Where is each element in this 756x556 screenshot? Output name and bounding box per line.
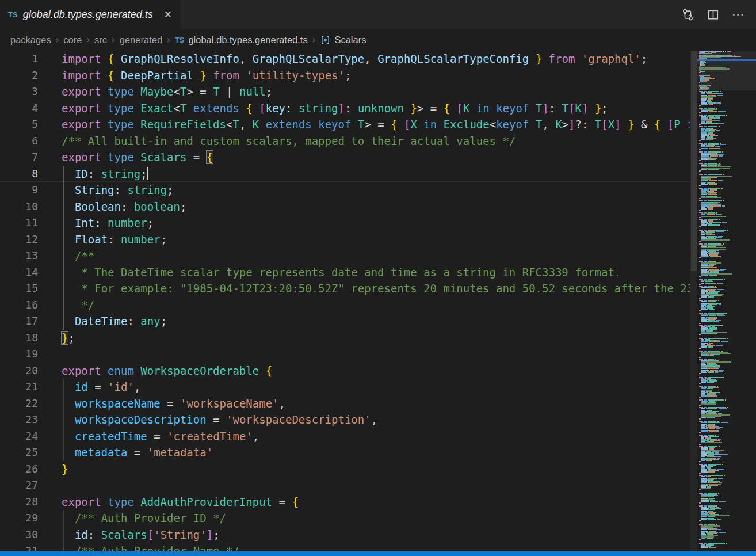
minimap-segment xyxy=(711,486,712,488)
line-number[interactable]: 13 xyxy=(0,247,38,264)
code-line-27[interactable]: 27 xyxy=(0,477,690,494)
code-line-29[interactable]: 29 /** Auth Provider ID */ xyxy=(0,510,690,527)
code-line-28[interactable]: 28export type AddAuthProviderInput = { xyxy=(0,494,690,511)
line-number[interactable]: 22 xyxy=(0,395,38,412)
code-line-19[interactable]: 19 xyxy=(0,346,690,363)
code-token: Int xyxy=(75,216,94,229)
line-number[interactable]: 9 xyxy=(0,182,38,199)
minimap-segment xyxy=(699,140,701,141)
code-line-14[interactable]: 14 * The DateTime scalar type represents… xyxy=(0,264,690,281)
code-line-23[interactable]: 23 workspaceDescription = 'workspaceDesc… xyxy=(0,412,690,428)
code-line-13[interactable]: 13 /** xyxy=(0,247,690,264)
minimap-segment xyxy=(713,343,714,344)
tab-global-db-types[interactable]: TS global.db.types.generated.ts ✕ xyxy=(0,0,180,29)
line-number[interactable]: 23 xyxy=(0,412,38,428)
code-line-24[interactable]: 24 createdTime = 'createdTime', xyxy=(0,428,690,445)
line-number[interactable]: 18 xyxy=(0,330,38,346)
status-bar[interactable] xyxy=(0,551,756,556)
line-number[interactable]: 28 xyxy=(0,494,38,511)
code-line-31[interactable]: 31 /** Auth Provider Name */ xyxy=(0,543,690,551)
minimap-segment xyxy=(719,304,721,305)
code-token: export xyxy=(62,102,108,115)
minimap-segment xyxy=(717,123,723,124)
code-token: key xyxy=(266,102,285,115)
code-line-4[interactable]: 4export type Exact<T extends { [key: str… xyxy=(0,100,690,117)
code-line-25[interactable]: 25 metadata = 'metadata' xyxy=(0,444,690,461)
minimap-segment xyxy=(721,508,722,509)
line-number[interactable]: 24 xyxy=(0,428,38,445)
line-number[interactable]: 8 xyxy=(0,166,38,182)
code-line-15[interactable]: 15 * For example: "1985-04-12T23:20:50.5… xyxy=(0,280,690,297)
code-token: 'metadata' xyxy=(147,446,213,459)
open-changes-icon[interactable] xyxy=(679,6,696,23)
code-token: 'workspaceDescription' xyxy=(226,413,371,426)
line-number[interactable]: 6 xyxy=(0,133,38,150)
code-line-6[interactable]: 6/** All built-in and custom scalars, ma… xyxy=(0,133,690,150)
line-number[interactable]: 31 xyxy=(0,543,38,551)
code-line-26[interactable]: 26} xyxy=(0,461,690,478)
split-editor-icon[interactable] xyxy=(704,6,721,23)
line-number[interactable]: 16 xyxy=(0,297,38,314)
breadcrumb-file[interactable]: TS global.db.types.generated.ts xyxy=(175,35,308,45)
code-line-17[interactable]: 17 DateTime: any; xyxy=(0,313,690,330)
line-number[interactable]: 19 xyxy=(0,346,38,363)
line-number[interactable]: 29 xyxy=(0,510,38,527)
minimap-segment xyxy=(721,341,728,342)
code-line-7[interactable]: 7export type Scalars = { xyxy=(0,149,690,166)
indent-guide xyxy=(63,166,64,182)
code-line-3[interactable]: 3export type Maybe<T> = T | null; xyxy=(0,83,690,100)
code-line-9[interactable]: 9 String: string; xyxy=(0,182,690,199)
code-line-16[interactable]: 16 */ xyxy=(0,297,690,314)
breadcrumb-folder-packages[interactable]: packages xyxy=(10,35,51,45)
line-number[interactable]: 4 xyxy=(0,100,38,117)
code-line-22[interactable]: 22 workspaceName = 'workspaceName', xyxy=(0,395,690,412)
line-number[interactable]: 7 xyxy=(0,149,38,166)
minimap-segment xyxy=(699,323,701,324)
code-line-11[interactable]: 11 Int: number; xyxy=(0,215,690,231)
vertical-scrollbar[interactable] xyxy=(690,51,697,551)
code-line-2[interactable]: 2import { DeepPartial } from 'utility-ty… xyxy=(0,67,690,84)
code-token: : xyxy=(114,184,128,196)
code-line-12[interactable]: 12 Float: number; xyxy=(0,231,690,248)
more-actions-icon[interactable]: ⋯ xyxy=(730,6,747,23)
breadcrumb-folder-core[interactable]: core xyxy=(63,35,82,45)
minimap-segment xyxy=(715,547,716,548)
code-line-10[interactable]: 10 Boolean: boolean; xyxy=(0,199,690,215)
code-token: /** Auth Provider Name */ xyxy=(62,544,239,551)
line-number[interactable]: 21 xyxy=(0,379,38,395)
minimap-segment xyxy=(712,208,713,210)
code-line-30[interactable]: 30 id: Scalars['String']; xyxy=(0,527,690,543)
line-number[interactable]: 30 xyxy=(0,527,38,543)
scrollbar-thumb[interactable] xyxy=(691,51,697,271)
line-number[interactable]: 17 xyxy=(0,313,38,330)
line-number[interactable]: 10 xyxy=(0,199,38,215)
line-number[interactable]: 26 xyxy=(0,461,38,478)
line-number[interactable]: 15 xyxy=(0,280,38,297)
line-number[interactable]: 27 xyxy=(0,477,38,494)
minimap[interactable] xyxy=(697,51,756,551)
code-line-1[interactable]: 1import { GraphQLResolveInfo, GraphQLSca… xyxy=(0,51,690,67)
minimap-segment xyxy=(715,465,716,466)
code-line-5[interactable]: 5export type RequireFields<T, K extends … xyxy=(0,116,690,133)
breadcrumb-folder-generated[interactable]: generated xyxy=(120,35,162,45)
line-number[interactable]: 11 xyxy=(0,215,38,231)
code-line-8[interactable]: 8 ID: string; xyxy=(0,166,690,182)
breadcrumb-folder-src[interactable]: src xyxy=(94,35,107,45)
line-number[interactable]: 3 xyxy=(0,83,38,100)
close-tab-icon[interactable]: ✕ xyxy=(162,7,174,22)
line-number[interactable]: 12 xyxy=(0,231,38,248)
line-number[interactable]: 1 xyxy=(0,51,38,67)
indent-guide xyxy=(63,510,64,527)
line-number[interactable]: 25 xyxy=(0,444,38,461)
code-line-21[interactable]: 21 id = 'id', xyxy=(0,379,690,395)
code-line-text: workspaceName = 'workspaceName', xyxy=(38,395,285,412)
code-line-18[interactable]: 18}; xyxy=(0,330,690,346)
line-number[interactable]: 2 xyxy=(0,67,38,84)
code-line-20[interactable]: 20export enum WorkspaceOrderable { xyxy=(0,363,690,379)
breadcrumb-symbol[interactable]: Scalars xyxy=(320,35,366,45)
line-number[interactable]: 5 xyxy=(0,116,38,133)
code-area[interactable]: 1import { GraphQLResolveInfo, GraphQLSca… xyxy=(0,51,690,551)
line-number[interactable]: 14 xyxy=(0,264,38,281)
line-number[interactable]: 20 xyxy=(0,363,38,379)
minimap-segment xyxy=(719,271,720,272)
